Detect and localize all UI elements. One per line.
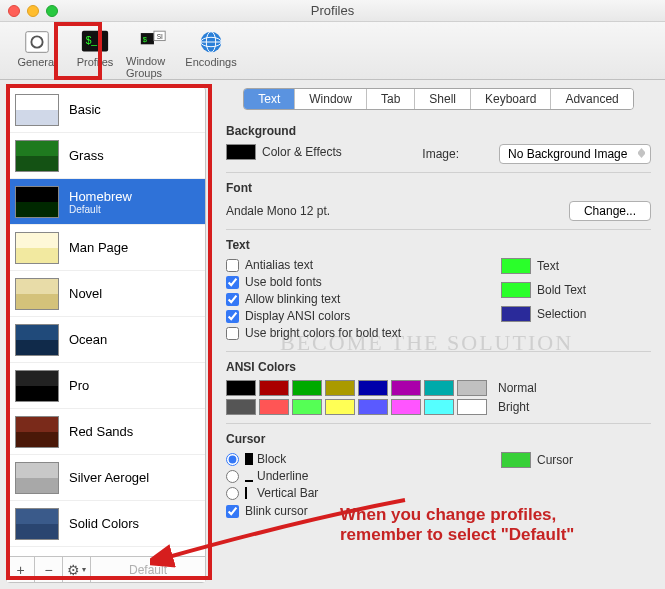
ansi-swatch[interactable] xyxy=(325,399,355,415)
ansi-swatch[interactable] xyxy=(259,399,289,415)
vertical-cursor-icon xyxy=(245,487,253,499)
toolbar-label: Profiles xyxy=(77,56,114,68)
profile-row-man-page[interactable]: Man Page xyxy=(7,225,205,271)
blink-cursor-checkbox[interactable]: Blink cursor xyxy=(226,504,461,518)
ansi-swatch[interactable] xyxy=(424,380,454,396)
profile-thumb xyxy=(15,186,59,218)
profile-row-grass[interactable]: Grass xyxy=(7,133,205,179)
settings-tabs: TextWindowTabShellKeyboardAdvanced xyxy=(226,88,651,110)
profile-row-solid-colors[interactable]: Solid Colors xyxy=(7,501,205,547)
titlebar: Profiles xyxy=(0,0,665,22)
profile-name: Silver Aerogel xyxy=(69,470,149,485)
ansi-colors-checkbox[interactable]: Display ANSI colors xyxy=(226,309,461,323)
profile-thumb xyxy=(15,278,59,310)
terminal-icon: $_ xyxy=(80,28,110,56)
add-profile-button[interactable]: + xyxy=(7,557,35,582)
toolbar-general[interactable]: General xyxy=(10,26,64,79)
window-groups-icon: $SI xyxy=(138,28,168,55)
profile-name: Novel xyxy=(69,286,102,301)
set-default-button[interactable]: Default xyxy=(91,557,205,582)
profile-thumb xyxy=(15,416,59,448)
ansi-swatch[interactable] xyxy=(391,399,421,415)
ansi-swatch[interactable] xyxy=(226,399,256,415)
tab-advanced[interactable]: Advanced xyxy=(551,89,632,109)
profile-row-pro[interactable]: Pro xyxy=(7,363,205,409)
ansi-swatch[interactable] xyxy=(292,399,322,415)
bold-fonts-checkbox[interactable]: Use bold fonts xyxy=(226,275,461,289)
tab-text[interactable]: Text xyxy=(244,89,295,109)
cursor-block-radio[interactable]: Block xyxy=(226,452,461,466)
gear-page-icon xyxy=(22,28,52,56)
underline-cursor-icon xyxy=(245,470,253,482)
window-title: Profiles xyxy=(0,3,665,18)
text-heading: Text xyxy=(226,238,651,252)
background-color-swatch[interactable] xyxy=(226,144,256,160)
profile-name: Solid Colors xyxy=(69,516,139,531)
profile-name: Man Page xyxy=(69,240,128,255)
blinking-text-checkbox[interactable]: Allow blinking text xyxy=(226,292,461,306)
ansi-swatch[interactable] xyxy=(457,380,487,396)
antialias-checkbox[interactable]: Antialias text xyxy=(226,258,461,272)
ansi-swatch[interactable] xyxy=(391,380,421,396)
image-label: Image: xyxy=(422,147,459,161)
ansi-swatch[interactable] xyxy=(259,380,289,396)
ansi-swatch[interactable] xyxy=(358,380,388,396)
bold-color-swatch[interactable] xyxy=(501,282,531,298)
color-effects-label: Color & Effects xyxy=(262,145,342,159)
font-heading: Font xyxy=(226,181,651,195)
toolbar: General $_ Profiles $SI Window Groups En… xyxy=(0,22,665,80)
profile-row-basic[interactable]: Basic xyxy=(7,87,205,133)
profile-name: Ocean xyxy=(69,332,107,347)
profile-list: BasicGrassHomebrewDefaultMan PageNovelOc… xyxy=(7,87,205,556)
toolbar-label: Encodings xyxy=(185,56,236,68)
ansi-swatch[interactable] xyxy=(457,399,487,415)
toolbar-label: General xyxy=(17,56,56,68)
ansi-swatch[interactable] xyxy=(292,380,322,396)
tab-window[interactable]: Window xyxy=(295,89,367,109)
profile-thumb xyxy=(15,140,59,172)
profile-row-ocean[interactable]: Ocean xyxy=(7,317,205,363)
bright-bold-checkbox[interactable]: Use bright colors for bold text xyxy=(226,326,461,340)
ansi-swatch[interactable] xyxy=(424,399,454,415)
toolbar-profiles[interactable]: $_ Profiles xyxy=(68,26,122,79)
cursor-vertical-radio[interactable]: Vertical Bar xyxy=(226,486,461,500)
profiles-sidebar: BasicGrassHomebrewDefaultMan PageNovelOc… xyxy=(6,86,206,583)
gear-icon: ⚙︎ xyxy=(67,562,80,578)
ansi-swatch[interactable] xyxy=(325,380,355,396)
profile-thumb xyxy=(15,324,59,356)
font-value: Andale Mono 12 pt. xyxy=(226,204,330,218)
cursor-underline-radio[interactable]: Underline xyxy=(226,469,461,483)
profile-actions-button[interactable]: ⚙︎▾ xyxy=(63,557,91,582)
text-color-swatch[interactable] xyxy=(501,258,531,274)
profile-subtitle: Default xyxy=(69,204,132,215)
profile-thumb xyxy=(15,94,59,126)
tab-tab[interactable]: Tab xyxy=(367,89,415,109)
ansi-swatch[interactable] xyxy=(358,399,388,415)
toolbar-encodings[interactable]: Encodings xyxy=(184,26,238,79)
profile-row-silver-aerogel[interactable]: Silver Aerogel xyxy=(7,455,205,501)
toolbar-label: Window Groups xyxy=(126,55,180,79)
tab-shell[interactable]: Shell xyxy=(415,89,471,109)
content-panel: TextWindowTabShellKeyboardAdvanced Backg… xyxy=(212,80,665,589)
tab-keyboard[interactable]: Keyboard xyxy=(471,89,551,109)
change-font-button[interactable]: Change... xyxy=(569,201,651,221)
profile-name: Pro xyxy=(69,378,89,393)
ansi-heading: ANSI Colors xyxy=(226,360,651,374)
toolbar-window-groups[interactable]: $SI Window Groups xyxy=(126,26,180,79)
profile-row-red-sands[interactable]: Red Sands xyxy=(7,409,205,455)
profile-row-homebrew[interactable]: HomebrewDefault xyxy=(7,179,205,225)
sidebar-footer: + − ⚙︎▾ Default xyxy=(7,556,205,582)
profile-row-novel[interactable]: Novel xyxy=(7,271,205,317)
profile-name: Red Sands xyxy=(69,424,133,439)
chevron-down-icon: ▾ xyxy=(82,565,86,574)
profile-thumb xyxy=(15,370,59,402)
profile-thumb xyxy=(15,462,59,494)
background-image-select[interactable]: No Background Image xyxy=(499,144,651,164)
ansi-swatch[interactable] xyxy=(226,380,256,396)
remove-profile-button[interactable]: − xyxy=(35,557,63,582)
selection-color-swatch[interactable] xyxy=(501,306,531,322)
svg-text:SI: SI xyxy=(157,33,163,40)
background-heading: Background xyxy=(226,124,651,138)
cursor-color-swatch[interactable] xyxy=(501,452,531,468)
cursor-heading: Cursor xyxy=(226,432,651,446)
